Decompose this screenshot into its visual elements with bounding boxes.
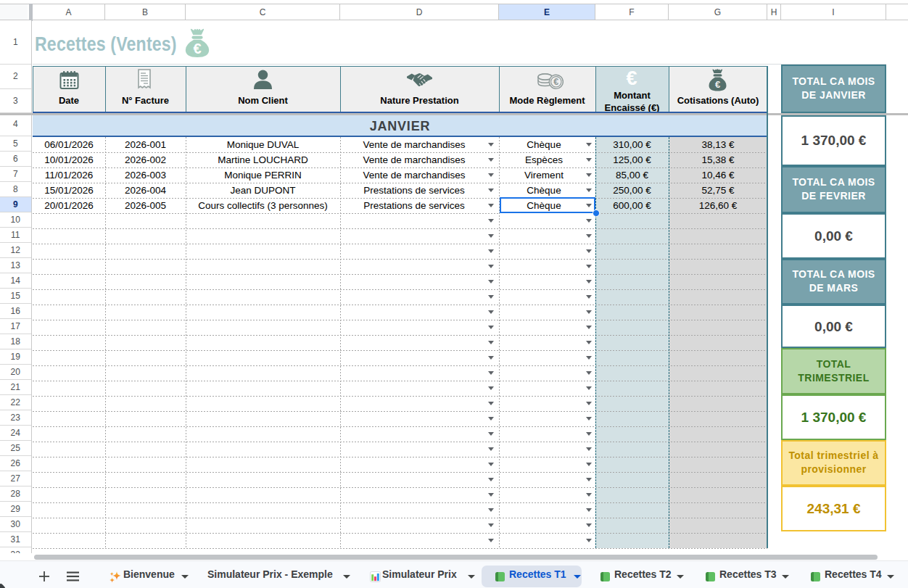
- svg-text:€: €: [715, 79, 720, 90]
- svg-text:€: €: [193, 41, 201, 57]
- svg-text:€: €: [553, 77, 558, 87]
